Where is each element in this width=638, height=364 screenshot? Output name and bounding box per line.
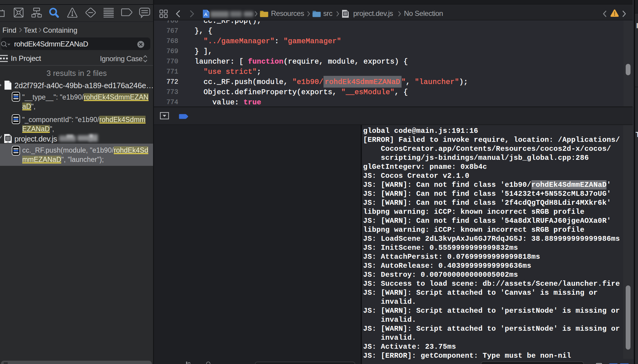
svg-text:JS: JS: [7, 141, 9, 143]
